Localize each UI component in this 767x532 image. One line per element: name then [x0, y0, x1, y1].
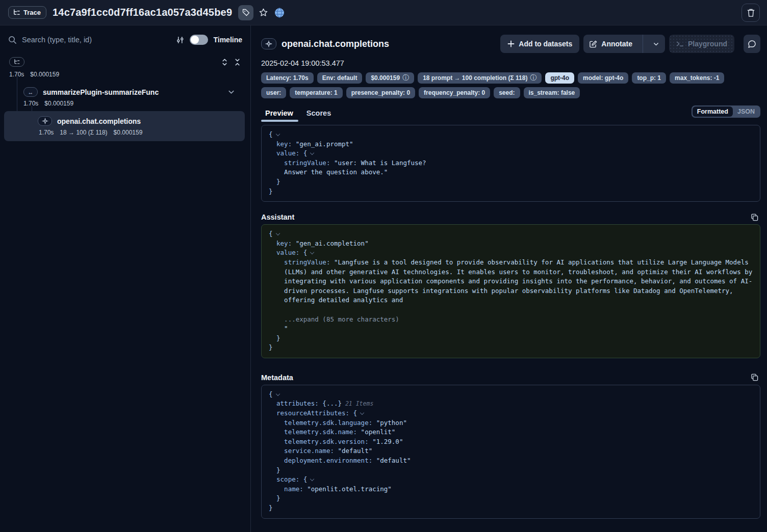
badge: max_tokens: -1 [670, 72, 724, 84]
badge: seed: [494, 87, 520, 98]
code-line: } [269, 334, 753, 343]
collapse-caret-icon[interactable] [310, 151, 314, 155]
copy-assistant-button[interactable] [751, 214, 760, 221]
code-segment: 21 Items [342, 400, 373, 407]
trace-id: 14c7a9f1cc0d7ff16ac1a057a3d45be9 [53, 7, 232, 18]
code-segment: "user: What is Langfuse? [330, 159, 426, 167]
tree-icon [13, 9, 20, 16]
code-segment: {...} [319, 400, 342, 407]
code-segment: } [269, 504, 273, 512]
code-segment: } [269, 178, 280, 185]
delete-trace-button[interactable] [742, 4, 760, 22]
badge: is_stream: false [524, 87, 580, 98]
badge: frequency_penalty: 0 [419, 87, 490, 98]
collapse-caret-icon[interactable] [360, 411, 364, 415]
format-formatted[interactable]: Formatted [693, 107, 733, 117]
code-line: { [269, 130, 753, 140]
code-line: stringValue: "Langfuse is a tool designe… [269, 258, 753, 268]
badge: gpt-4o [545, 72, 574, 84]
tab-scores[interactable]: Scores [306, 109, 331, 122]
collapse-caret-icon[interactable] [310, 477, 314, 481]
tree-node-summarize[interactable]: ↔ summarizePlugin-summarizeFunc 1.70s $0… [8, 87, 244, 107]
info-icon[interactable]: ⓘ [530, 74, 536, 82]
code-segment: { [269, 230, 273, 237]
preview-tabs: Preview Scores [261, 109, 331, 122]
code-line: telemetry.sdk.version: "1.29.0" [269, 437, 753, 447]
code-line: (LLMs) and other generative AI technolog… [269, 268, 753, 277]
prompt-code-block: { key: "gen_ai.prompt" value: { stringVa… [261, 125, 760, 202]
code-segment: "default" [334, 447, 372, 455]
user-avatar-button[interactable] [272, 5, 287, 20]
badge: user: [261, 87, 286, 98]
code-segment: value: [269, 149, 299, 157]
code-line: resourceAttributes: { [269, 409, 753, 418]
timeline-toggle-label: Timeline [213, 36, 242, 44]
tree-node-openai-selected[interactable]: openai.chat.completions 1.70s 18 → 100 (… [4, 111, 245, 141]
format-json[interactable]: JSON [733, 107, 759, 117]
code-segment: name: [269, 485, 303, 493]
code-line: service.name: "default" [269, 446, 753, 456]
code-segment: { [299, 475, 307, 483]
badge: Env: default [317, 72, 363, 84]
collapse-caret-icon[interactable] [275, 132, 279, 136]
tab-preview[interactable]: Preview [265, 109, 293, 122]
assistant-section-title: Assistant [261, 213, 294, 221]
info-icon[interactable]: ⓘ [402, 74, 409, 82]
globe-icon [274, 8, 285, 18]
expand-all-icon[interactable] [221, 58, 228, 66]
terminal-icon [676, 40, 684, 47]
node-tokens: 18 → 100 (Σ 118) [60, 129, 107, 136]
annotate-button[interactable]: Annotate [583, 35, 665, 53]
tag-icon [242, 8, 250, 17]
badge: top_p: 1 [632, 72, 666, 84]
star-icon [259, 8, 268, 17]
code-segment: stringValue: [269, 258, 330, 266]
code-segment: telemetry.sdk.name: [269, 428, 357, 436]
code-segment: integrating with various application com… [269, 277, 752, 285]
code-segment: (LLMs) and other generative AI technolog… [269, 268, 752, 276]
expand-toggle[interactable]: ...expand (85 more characters) [269, 315, 399, 323]
trace-type-badge: Trace [8, 6, 46, 19]
timeline-toggle[interactable] [190, 35, 208, 45]
code-segment: key: [269, 140, 292, 148]
code-segment: stringValue: [269, 159, 330, 167]
comments-button[interactable] [744, 35, 760, 53]
code-segment: "default" [372, 457, 411, 464]
badge: presence_penalty: 0 [346, 87, 415, 98]
add-to-datasets-button[interactable]: Add to datasets [500, 35, 579, 53]
code-segment: driven processes. Langfuse supports inte… [269, 287, 733, 295]
code-segment: "openlit.otel.tracing" [303, 485, 392, 493]
trace-root-node[interactable] [9, 57, 24, 67]
format-toggle: Formatted JSON [692, 105, 760, 118]
filter-settings-icon[interactable] [176, 36, 185, 44]
code-segment: value: [269, 249, 299, 256]
code-segment: } [269, 188, 273, 195]
generation-type-icon [261, 38, 276, 49]
collapse-all-icon[interactable] [234, 58, 241, 66]
code-segment: { [269, 130, 273, 138]
collapse-caret-icon[interactable] [275, 392, 279, 396]
comment-bubble-icon [748, 40, 756, 48]
code-line: stringValue: "user: What is Langfuse? [269, 158, 753, 168]
code-line: scope: { [269, 475, 753, 485]
collapse-caret-icon[interactable] [310, 250, 314, 254]
chevron-down-icon[interactable] [227, 88, 235, 96]
code-line: integrating with various application com… [269, 277, 753, 286]
collapse-caret-icon[interactable] [275, 231, 279, 235]
code-segment: service.name: [269, 447, 334, 455]
annotate-dropdown-chevron[interactable] [647, 35, 665, 53]
star-button[interactable] [255, 5, 271, 20]
top-bar: Trace 14c7a9f1cc0d7ff16ac1a057a3d45be9 [0, 0, 767, 25]
code-line: } [269, 503, 753, 513]
tag-button[interactable] [238, 5, 253, 20]
badge: 18 prompt → 100 completion (Σ 118)ⓘ [418, 72, 542, 84]
search-input[interactable] [22, 36, 171, 44]
playground-button[interactable]: Playground [669, 35, 734, 53]
observation-title: openai.chat.completions [282, 39, 389, 49]
badge: Latency: 1.70s [261, 72, 314, 84]
assistant-code-block: { key: "gen_ai.completion" value: { stri… [261, 224, 760, 358]
code-line [269, 305, 753, 315]
code-segment: resourceAttributes: [269, 409, 349, 417]
copy-metadata-button[interactable] [751, 374, 760, 381]
code-segment: "Langfuse is a tool designed to provide … [330, 258, 748, 266]
